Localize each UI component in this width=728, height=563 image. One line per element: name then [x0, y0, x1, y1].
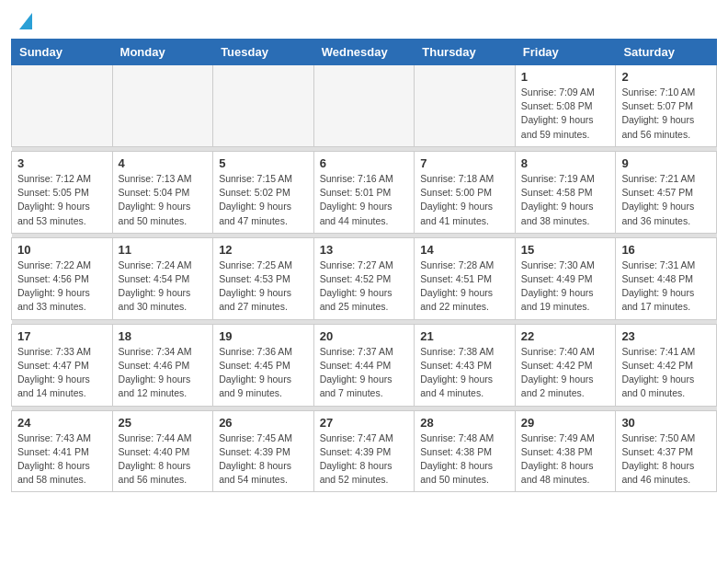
day-info: Sunrise: 7:47 AMSunset: 4:39 PMDaylight:… [320, 431, 409, 488]
day-number: 12 [219, 243, 308, 257]
day-info: Sunrise: 7:12 AMSunset: 5:05 PMDaylight:… [17, 172, 107, 228]
calendar-cell: 26Sunrise: 7:45 AMSunset: 4:39 PMDayligh… [213, 410, 314, 492]
calendar-cell: 6Sunrise: 7:16 AMSunset: 5:01 PMDaylight… [313, 151, 415, 233]
calendar-header: SundayMondayTuesdayWednesdayThursdayFrid… [12, 40, 717, 65]
day-info: Sunrise: 7:13 AMSunset: 5:04 PMDaylight:… [119, 172, 208, 228]
calendar-cell: 18Sunrise: 7:34 AMSunset: 4:46 PMDayligh… [112, 324, 213, 406]
day-number: 16 [621, 243, 711, 257]
calendar-cell [112, 65, 213, 147]
day-info: Sunrise: 7:19 AMSunset: 4:58 PMDaylight:… [521, 172, 610, 228]
day-number: 7 [420, 156, 509, 170]
day-of-week-header: Sunday [12, 40, 113, 65]
calendar-cell: 10Sunrise: 7:22 AMSunset: 4:56 PMDayligh… [12, 237, 113, 319]
calendar-cell: 14Sunrise: 7:28 AMSunset: 4:51 PMDayligh… [415, 237, 516, 319]
calendar-week-row: 3Sunrise: 7:12 AMSunset: 5:05 PMDaylight… [12, 151, 717, 233]
day-number: 29 [521, 416, 610, 430]
day-info: Sunrise: 7:36 AMSunset: 4:45 PMDaylight:… [219, 345, 308, 401]
day-number: 1 [521, 70, 610, 84]
logo-triangle-icon [19, 13, 32, 29]
calendar-cell: 21Sunrise: 7:38 AMSunset: 4:43 PMDayligh… [415, 324, 516, 406]
day-info: Sunrise: 7:48 AMSunset: 4:38 PMDaylight:… [420, 431, 509, 488]
day-number: 5 [219, 156, 308, 170]
day-info: Sunrise: 7:15 AMSunset: 5:02 PMDaylight:… [219, 172, 308, 228]
calendar-cell [313, 65, 415, 147]
calendar-cell [213, 65, 314, 147]
day-number: 20 [320, 329, 409, 343]
day-info: Sunrise: 7:22 AMSunset: 4:56 PMDaylight:… [17, 259, 107, 315]
day-number: 8 [521, 156, 610, 170]
calendar-cell [12, 65, 113, 147]
day-info: Sunrise: 7:50 AMSunset: 4:37 PMDaylight:… [621, 431, 711, 488]
calendar-cell: 12Sunrise: 7:25 AMSunset: 4:53 PMDayligh… [213, 237, 314, 319]
day-number: 3 [17, 156, 107, 170]
day-of-week-header: Wednesday [313, 40, 415, 65]
day-info: Sunrise: 7:30 AMSunset: 4:49 PMDaylight:… [521, 259, 610, 315]
day-info: Sunrise: 7:18 AMSunset: 5:00 PMDaylight:… [420, 172, 509, 228]
calendar-cell: 8Sunrise: 7:19 AMSunset: 4:58 PMDaylight… [515, 151, 616, 233]
day-number: 15 [521, 243, 610, 257]
day-info: Sunrise: 7:09 AMSunset: 5:08 PMDaylight:… [521, 86, 610, 142]
calendar-body: 1Sunrise: 7:09 AMSunset: 5:08 PMDaylight… [12, 65, 717, 492]
calendar-cell: 3Sunrise: 7:12 AMSunset: 5:05 PMDaylight… [12, 151, 113, 233]
calendar-cell: 15Sunrise: 7:30 AMSunset: 4:49 PMDayligh… [515, 237, 616, 319]
calendar-week-row: 24Sunrise: 7:43 AMSunset: 4:41 PMDayligh… [12, 410, 717, 492]
day-info: Sunrise: 7:45 AMSunset: 4:39 PMDaylight:… [219, 431, 308, 488]
days-of-week-row: SundayMondayTuesdayWednesdayThursdayFrid… [12, 40, 717, 65]
day-number: 13 [320, 243, 409, 257]
calendar-cell: 11Sunrise: 7:24 AMSunset: 4:54 PMDayligh… [112, 237, 213, 319]
day-info: Sunrise: 7:33 AMSunset: 4:47 PMDaylight:… [17, 345, 107, 401]
calendar-cell: 4Sunrise: 7:13 AMSunset: 5:04 PMDaylight… [112, 151, 213, 233]
day-info: Sunrise: 7:21 AMSunset: 4:57 PMDaylight:… [621, 172, 711, 228]
day-number: 2 [621, 70, 711, 84]
day-number: 25 [119, 416, 208, 430]
day-info: Sunrise: 7:38 AMSunset: 4:43 PMDaylight:… [420, 345, 509, 401]
calendar-cell: 1Sunrise: 7:09 AMSunset: 5:08 PMDaylight… [515, 65, 616, 147]
day-of-week-header: Tuesday [213, 40, 314, 65]
day-number: 28 [420, 416, 509, 430]
day-info: Sunrise: 7:25 AMSunset: 4:53 PMDaylight:… [219, 259, 308, 315]
calendar-cell: 5Sunrise: 7:15 AMSunset: 5:02 PMDaylight… [213, 151, 314, 233]
day-number: 18 [119, 329, 208, 343]
day-info: Sunrise: 7:43 AMSunset: 4:41 PMDaylight:… [17, 431, 107, 488]
day-info: Sunrise: 7:44 AMSunset: 4:40 PMDaylight:… [119, 431, 208, 488]
day-number: 9 [621, 156, 711, 170]
day-of-week-header: Friday [515, 40, 616, 65]
day-number: 22 [521, 329, 610, 343]
calendar-cell: 22Sunrise: 7:40 AMSunset: 4:42 PMDayligh… [515, 324, 616, 406]
day-info: Sunrise: 7:10 AMSunset: 5:07 PMDaylight:… [621, 86, 711, 142]
calendar-cell [415, 65, 516, 147]
calendar-week-row: 17Sunrise: 7:33 AMSunset: 4:47 PMDayligh… [12, 324, 717, 406]
day-number: 10 [17, 243, 107, 257]
calendar-cell: 13Sunrise: 7:27 AMSunset: 4:52 PMDayligh… [313, 237, 415, 319]
day-number: 30 [621, 416, 711, 430]
day-number: 6 [320, 156, 409, 170]
day-info: Sunrise: 7:41 AMSunset: 4:42 PMDaylight:… [621, 345, 711, 401]
day-info: Sunrise: 7:24 AMSunset: 4:54 PMDaylight:… [119, 259, 208, 315]
logo [18, 15, 32, 31]
day-info: Sunrise: 7:31 AMSunset: 4:48 PMDaylight:… [621, 259, 711, 315]
calendar-cell: 19Sunrise: 7:36 AMSunset: 4:45 PMDayligh… [213, 324, 314, 406]
calendar-cell: 29Sunrise: 7:49 AMSunset: 4:38 PMDayligh… [515, 410, 616, 492]
calendar-cell: 23Sunrise: 7:41 AMSunset: 4:42 PMDayligh… [616, 324, 717, 406]
calendar-week-row: 1Sunrise: 7:09 AMSunset: 5:08 PMDaylight… [12, 65, 717, 147]
calendar-cell: 16Sunrise: 7:31 AMSunset: 4:48 PMDayligh… [616, 237, 717, 319]
page-header [0, 0, 728, 39]
calendar-wrapper: SundayMondayTuesdayWednesdayThursdayFrid… [0, 39, 728, 503]
calendar-week-row: 10Sunrise: 7:22 AMSunset: 4:56 PMDayligh… [12, 237, 717, 319]
day-number: 14 [420, 243, 509, 257]
day-number: 26 [219, 416, 308, 430]
calendar-cell: 7Sunrise: 7:18 AMSunset: 5:00 PMDaylight… [415, 151, 516, 233]
day-number: 24 [17, 416, 107, 430]
day-info: Sunrise: 7:49 AMSunset: 4:38 PMDaylight:… [521, 431, 610, 488]
day-number: 21 [420, 329, 509, 343]
calendar-cell: 27Sunrise: 7:47 AMSunset: 4:39 PMDayligh… [313, 410, 415, 492]
day-info: Sunrise: 7:27 AMSunset: 4:52 PMDaylight:… [320, 259, 409, 315]
calendar-cell: 25Sunrise: 7:44 AMSunset: 4:40 PMDayligh… [112, 410, 213, 492]
calendar-cell: 20Sunrise: 7:37 AMSunset: 4:44 PMDayligh… [313, 324, 415, 406]
day-number: 27 [320, 416, 409, 430]
day-number: 17 [17, 329, 107, 343]
day-of-week-header: Thursday [415, 40, 516, 65]
calendar-cell: 17Sunrise: 7:33 AMSunset: 4:47 PMDayligh… [12, 324, 113, 406]
day-info: Sunrise: 7:37 AMSunset: 4:44 PMDaylight:… [320, 345, 409, 401]
day-of-week-header: Saturday [616, 40, 717, 65]
